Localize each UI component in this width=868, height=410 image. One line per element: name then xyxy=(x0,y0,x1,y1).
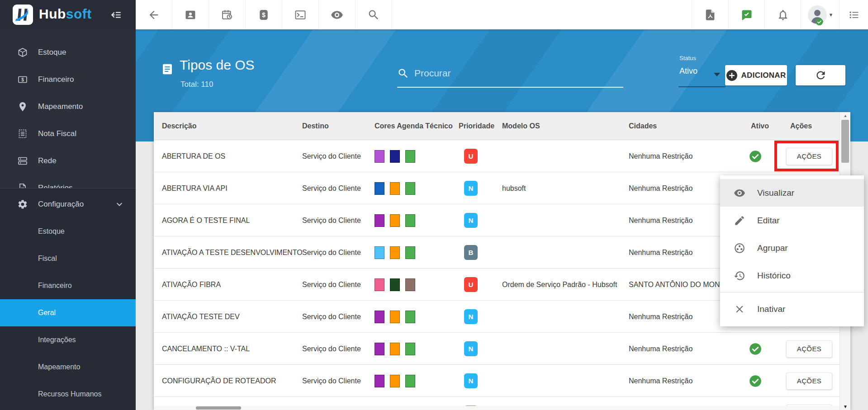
refresh-button[interactable] xyxy=(796,65,845,85)
sidebar-item-rede[interactable]: Rede xyxy=(0,147,136,174)
plus-circle-icon xyxy=(726,70,738,81)
eye-icon xyxy=(734,187,745,199)
bell-icon xyxy=(777,9,789,21)
table-header: Descrição Destino Cores Agenda Técnico P… xyxy=(154,112,850,140)
hubsoft-logo-icon xyxy=(13,5,33,25)
sidebar-subitem-estoque[interactable]: Estoque xyxy=(0,218,136,245)
back-button[interactable] xyxy=(136,0,172,29)
cell-cidades: Nenhuma Restrição xyxy=(629,140,693,172)
menu-item-historico[interactable]: Histórico xyxy=(720,262,864,289)
cell-cores-agenda xyxy=(375,269,421,301)
priority-badge: N xyxy=(464,341,478,356)
cell-prioridade: N xyxy=(464,172,478,204)
search-underline xyxy=(397,87,623,88)
pdf-export-button[interactable] xyxy=(692,0,728,29)
table-row: CONFIGURAÇÃO DE ROTEADOR Serviço do Clie… xyxy=(154,365,850,397)
sidebar-subitem-recursos-humanos[interactable]: Recursos Humanos xyxy=(0,381,136,408)
add-button[interactable]: ADICIONAR xyxy=(725,65,787,85)
cell-cores-agenda xyxy=(375,204,421,236)
refresh-icon xyxy=(815,69,827,81)
horizontal-scrollbar-thumb[interactable] xyxy=(196,406,241,410)
sidebar-subitem-geral[interactable]: Geral xyxy=(0,299,136,326)
sidebar-item-financeiro[interactable]: Financeiro xyxy=(0,66,136,93)
cell-descricao: ATIVAÇÃO TESTE DEV xyxy=(162,301,240,333)
cell-cidades: Nenhuma Restrição xyxy=(629,236,693,269)
cell-descricao: ABERTURA DE OS xyxy=(162,140,225,172)
sidebar-config-section: Configuração Estoque Fiscal Financeiro G… xyxy=(0,188,136,410)
cell-descricao: ABERTURA VIA API xyxy=(162,172,228,204)
group-icon xyxy=(734,242,745,254)
highlight-box xyxy=(774,141,839,171)
menu-item-inativar[interactable]: Inativar xyxy=(720,295,864,323)
search-input[interactable] xyxy=(414,64,613,83)
agenda-color-chip xyxy=(375,246,384,259)
cell-destino: Serviço do Cliente xyxy=(302,172,361,204)
agenda-color-chip xyxy=(390,311,400,323)
row-actions-button[interactable]: AÇÕES xyxy=(786,372,832,390)
column-header-prioridade: Prioridade xyxy=(459,112,494,140)
sidebar-item-label: Mapeamento xyxy=(38,102,83,111)
sidebar-item-configuracao[interactable]: Configuração xyxy=(0,191,136,218)
agenda-color-chip xyxy=(405,150,415,163)
view-button[interactable] xyxy=(319,0,356,29)
row-actions-button[interactable]: AÇÕES xyxy=(786,340,832,358)
user-menu[interactable]: ▾ xyxy=(801,0,839,29)
cell-cores-agenda xyxy=(375,301,421,333)
collapse-sidebar-icon[interactable] xyxy=(110,9,122,21)
menu-divider xyxy=(720,292,864,292)
terminal-button[interactable] xyxy=(282,0,319,29)
cell-destino: Serviço do Cliente xyxy=(302,269,361,301)
cell-modelo-os: Ordem de Serviço Padrão - Hubsoft xyxy=(502,269,617,301)
sidebar-subitem-financeiro[interactable]: Financeiro xyxy=(0,272,136,299)
agenda-color-chip xyxy=(390,246,400,259)
priority-badge: N xyxy=(464,181,478,196)
column-header-modelo-os: Modelo OS xyxy=(502,112,540,140)
chevron-down-icon xyxy=(114,199,125,210)
sidebar-subitem-mapeamento[interactable]: Mapeamento xyxy=(0,353,136,381)
cell-cores-agenda xyxy=(375,365,421,397)
banknote-icon xyxy=(17,74,28,85)
priority-badge: N xyxy=(464,213,478,228)
cell-acoes: AÇÕES xyxy=(786,365,832,397)
menu-item-editar[interactable]: Editar xyxy=(720,207,864,234)
search-button[interactable] xyxy=(356,0,392,29)
horizontal-scrollbar[interactable] xyxy=(154,406,840,410)
messages-button[interactable] xyxy=(728,0,764,29)
cell-cores-agenda xyxy=(375,140,421,172)
cell-cidades: SANTO ANTÔNIO DO MONT xyxy=(629,269,724,301)
app-menu-button[interactable] xyxy=(839,0,868,29)
column-header-destino: Destino xyxy=(302,112,329,140)
menu-item-agrupar[interactable]: Agrupar xyxy=(720,234,864,262)
agenda-color-chip xyxy=(390,214,400,227)
notifications-button[interactable] xyxy=(764,0,801,29)
agenda-color-chip xyxy=(375,214,384,227)
priority-badge: U xyxy=(464,277,478,292)
schedule-button[interactable] xyxy=(209,0,246,29)
cell-cores-agenda xyxy=(375,333,421,365)
menu-item-visualizar[interactable]: Visualizar xyxy=(720,179,864,207)
sidebar-subitem-fiscal[interactable]: Fiscal xyxy=(0,245,136,272)
agenda-color-chip xyxy=(405,375,415,387)
cell-cores-agenda xyxy=(375,172,421,204)
scroll-down-arrow[interactable]: ▼ xyxy=(840,404,850,409)
cell-prioridade: N xyxy=(464,333,478,365)
cell-prioridade: U xyxy=(464,269,478,301)
sidebar-item-estoque[interactable]: Estoque xyxy=(0,39,136,66)
finance-button[interactable] xyxy=(246,0,282,29)
avatar xyxy=(808,5,827,24)
status-underline xyxy=(678,86,726,87)
agenda-color-chip xyxy=(375,343,384,355)
clients-button[interactable] xyxy=(172,0,209,29)
brand-logo[interactable]: Hubsoft xyxy=(0,0,136,29)
scroll-up-arrow[interactable]: ▲ xyxy=(840,113,850,118)
cell-ativo xyxy=(749,333,762,365)
calendar-clock-icon xyxy=(221,9,233,21)
sidebar-item-nota-fiscal[interactable]: Nota Fiscal xyxy=(0,120,136,147)
sidebar-subitem-integracoes[interactable]: Integrações xyxy=(0,326,136,353)
sidebar: Estoque Financeiro Mapeamento Nota Fisca… xyxy=(0,29,136,410)
cell-destino: Serviço do Cliente xyxy=(302,365,361,397)
sidebar-item-mapeamento[interactable]: Mapeamento xyxy=(0,93,136,120)
chevron-down-icon: ▾ xyxy=(830,11,833,18)
column-header-cores: Cores Agenda Técnico xyxy=(375,112,453,140)
vertical-scrollbar-thumb[interactable] xyxy=(841,120,849,163)
